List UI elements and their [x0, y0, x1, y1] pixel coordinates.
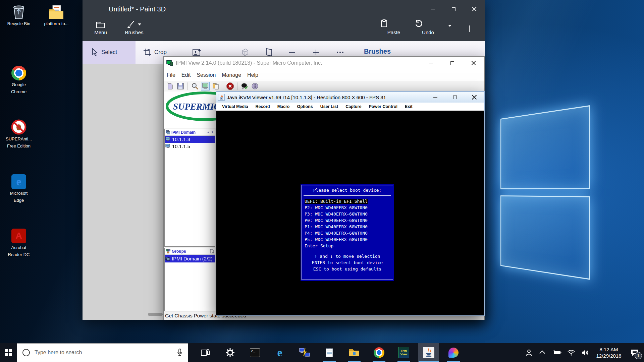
new-session-icon[interactable]: [166, 82, 174, 90]
menu-exit[interactable]: Exit: [402, 104, 416, 109]
menu-user-list[interactable]: User List: [317, 104, 341, 109]
close-button[interactable]: [463, 57, 484, 69]
copy-icon[interactable]: [211, 82, 220, 90]
menu-capture[interactable]: Capture: [342, 104, 364, 109]
boot-option-p3[interactable]: P3: WDC WD40EFRX-68WT0N0: [304, 211, 391, 217]
boot-option-p2[interactable]: P2: WDC WD40EFRX-68WT0N0: [304, 204, 391, 211]
microphone-icon[interactable]: [177, 349, 182, 357]
maximize-button[interactable]: [443, 0, 464, 18]
boot-option-p0[interactable]: P0: WDC WD40EFRX-68WT0N0: [304, 217, 391, 224]
maximize-button[interactable]: [445, 92, 465, 103]
minimize-button[interactable]: [420, 57, 441, 69]
boot-option-p4[interactable]: P4: WDC WD40EFRX-68WT0N0: [304, 230, 391, 236]
taskbar-app-edge[interactable]: [269, 343, 290, 362]
tree-header[interactable]: IPMI Domain ▲ ▼: [165, 129, 215, 136]
desktop-icon-platform-folder[interactable]: platform-to...: [41, 3, 72, 28]
search-icon[interactable]: [191, 82, 199, 90]
menu-session[interactable]: Session: [194, 72, 219, 78]
close-button[interactable]: [464, 0, 485, 18]
machine-view-icon[interactable]: [201, 82, 210, 90]
desktop-icon-microsoft-edge[interactable]: Microsoft Edge: [3, 172, 34, 203]
minimize-button[interactable]: [426, 92, 445, 103]
menu-edit[interactable]: Edit: [178, 72, 194, 78]
edge-icon: [3, 172, 34, 189]
server-icon: [165, 137, 170, 141]
maximize-button[interactable]: [441, 57, 463, 69]
paste-button[interactable]: Paste: [380, 19, 407, 35]
task-view-button[interactable]: [195, 343, 216, 362]
action-center-button[interactable]: 1: [625, 343, 644, 362]
menu-options[interactable]: Options: [294, 104, 316, 109]
group-item-ipmi-domain[interactable]: IPMI Domain (2/2): [165, 255, 215, 262]
stop-icon[interactable]: [226, 82, 234, 90]
brushes-label: Brushes: [120, 29, 148, 35]
boot-option-uefi-shell[interactable]: UEFI: Built-in EFI Shell: [304, 198, 391, 204]
logo-pane-bottom: [500, 195, 590, 280]
groups-header[interactable]: Groups: [165, 248, 215, 255]
new-group-icon[interactable]: [210, 249, 214, 253]
history-dropdown-button[interactable]: [448, 27, 451, 33]
sort-ascending-icon[interactable]: ▲: [207, 131, 210, 134]
remote-console-screen[interactable]: Please select boot device: UEFI: Built-i…: [216, 111, 484, 315]
desktop-icon-acrobat-reader[interactable]: Acrobat Reader DC: [3, 227, 34, 257]
taskbar-app-java-ikvm[interactable]: [418, 343, 439, 362]
canvas-scrollbar-thumb[interactable]: [148, 313, 163, 316]
battery-button[interactable]: [550, 343, 564, 362]
close-button[interactable]: [465, 92, 484, 103]
taskbar-app-command-prompt[interactable]: [245, 343, 265, 362]
menu-macro[interactable]: Macro: [274, 104, 293, 109]
network-button[interactable]: [564, 343, 578, 362]
groups-panel: Groups IPMI Domain (2/2): [164, 248, 215, 311]
brushes-button[interactable]: Brushes: [120, 19, 148, 35]
select-tool[interactable]: Select: [91, 41, 117, 64]
ipmi-view-icon: IPMIView: [398, 347, 409, 358]
info-icon[interactable]: [251, 82, 259, 90]
taskbar-clock[interactable]: 8:12 AM 12/29/2018: [592, 346, 625, 359]
taskbar-app-paint-3d[interactable]: [443, 343, 464, 362]
boot-option-p1[interactable]: P1: WDC WD40EFRX-68WT0N0: [304, 224, 391, 230]
desktop-icon-superantispyware[interactable]: SUPERAnti... Free Edition: [3, 118, 34, 149]
tree-item-10.1.1.3[interactable]: 10.1.1.3: [165, 136, 215, 143]
taskbar-search[interactable]: Type here to search: [17, 343, 188, 362]
icon-label: SUPERAnti...: [3, 136, 34, 142]
tree-item-10.1.1.5[interactable]: 10.1.1.5: [165, 143, 215, 150]
command-prompt-icon: [250, 348, 260, 357]
menu-virtual-media[interactable]: Virtual Media: [219, 104, 251, 109]
taskbar-app-file-explorer[interactable]: [344, 343, 365, 362]
menu-button[interactable]: Menu: [87, 19, 115, 35]
notification-badge: 1: [635, 352, 642, 359]
minimize-button[interactable]: [422, 0, 443, 18]
window-title: Java iKVM Viewer v1.69 r14 [10.1.1.3] - …: [227, 95, 386, 100]
save-icon[interactable]: [176, 82, 185, 90]
start-button[interactable]: [0, 343, 17, 362]
chat-check-icon[interactable]: [240, 82, 249, 90]
taskbar-app-settings[interactable]: [220, 343, 240, 362]
desktop-icon-recycle-bin[interactable]: Recycle Bin: [3, 3, 34, 28]
taskbar-app-ipmi-view[interactable]: IPMIView: [393, 343, 414, 362]
menu-power-control[interactable]: Power Control: [366, 104, 400, 109]
taskbar-app-chrome[interactable]: [369, 343, 389, 362]
tray-overflow-button[interactable]: [536, 343, 550, 362]
groups-icon: [166, 249, 170, 253]
sort-descending-icon[interactable]: ▼: [211, 131, 214, 134]
3d-shapes-icon: [240, 48, 249, 57]
folder-icon: [87, 19, 115, 29]
boot-option-p5[interactable]: P5: WDC WD40EFRX-68WT0N0: [304, 236, 391, 243]
collapse-ribbon-button[interactable]: [469, 26, 470, 32]
ipmi-domain-tree: IPMI Domain ▲ ▼ 10.1.1.3 10.1.1.5: [164, 129, 215, 247]
desktop-icon-google-chrome[interactable]: Google Chrome: [3, 64, 34, 95]
taskbar-app-remote-kvm[interactable]: [294, 343, 315, 362]
taskbar-app-notepad[interactable]: [319, 343, 340, 362]
volume-button[interactable]: [578, 343, 592, 362]
menu-help[interactable]: Help: [244, 72, 261, 78]
boot-option-enter-setup[interactable]: Enter Setup: [304, 243, 391, 249]
supermicro-logo-text: SUPERMICRO: [173, 102, 216, 112]
undo-button[interactable]: Undo: [415, 19, 441, 35]
chrome-icon: [374, 347, 384, 358]
menu-record[interactable]: Record: [253, 104, 273, 109]
acrobat-reader-icon: [3, 227, 34, 243]
people-button[interactable]: [522, 343, 536, 362]
menu-manage[interactable]: Manage: [219, 72, 244, 78]
menu-file[interactable]: File: [164, 72, 178, 78]
domain-icon: [166, 130, 170, 134]
